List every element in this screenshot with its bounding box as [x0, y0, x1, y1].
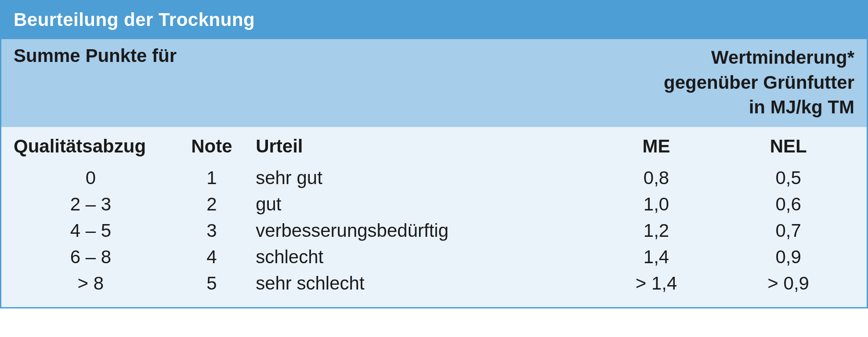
col-nel: NEL: [722, 133, 854, 165]
table-body: Qualitätsabzug Note Urteil ME NEL 0 1 se…: [1, 127, 867, 307]
cell-note: 1: [168, 165, 256, 191]
cell-me: 1,4: [590, 244, 723, 270]
header-right-label: Wertminderung* gegenüber Grünfutter in M…: [664, 45, 854, 120]
cell-note: 4: [168, 244, 256, 270]
column-header-row: Qualitätsabzug Note Urteil ME NEL: [14, 133, 854, 165]
table-header-band: Summe Punkte für Wertminderung* gegenübe…: [1, 39, 867, 127]
cell-urteil: sehr gut: [256, 165, 590, 191]
col-me: ME: [590, 133, 723, 165]
cell-qual: 0: [14, 165, 168, 191]
cell-nel: 0,9: [722, 244, 854, 270]
cell-qual: > 8: [14, 270, 168, 297]
header-right-line3: in MJ/kg TM: [664, 95, 854, 120]
table-row: 0 1 sehr gut 0,8 0,5: [14, 165, 854, 191]
cell-nel: 0,7: [722, 217, 854, 244]
cell-me: 0,8: [590, 165, 723, 191]
cell-urteil: schlecht: [256, 244, 590, 270]
cell-me: 1,2: [590, 217, 723, 244]
cell-nel: 0,6: [722, 191, 854, 217]
table-row: 2 – 3 2 gut 1,0 0,6: [14, 191, 854, 217]
cell-nel: 0,5: [722, 165, 854, 191]
cell-note: 3: [168, 217, 256, 244]
table-row: 4 – 5 3 verbesserungsbedürftig 1,2 0,7: [14, 217, 854, 244]
table-title: Beurteilung der Trocknung: [1, 1, 867, 39]
col-qualitaetsabzug: Qualitätsabzug: [14, 133, 168, 165]
cell-qual: 4 – 5: [14, 217, 168, 244]
cell-me: 1,0: [590, 191, 723, 217]
col-urteil: Urteil: [256, 133, 590, 165]
cell-urteil: gut: [256, 191, 590, 217]
cell-urteil: sehr schlecht: [256, 270, 590, 297]
header-right-line2: gegenüber Grünfutter: [664, 70, 854, 95]
cell-urteil: verbesserungsbedürftig: [256, 217, 590, 244]
cell-nel: > 0,9: [722, 270, 854, 297]
cell-note: 5: [168, 270, 256, 297]
header-left-label: Summe Punkte für: [14, 45, 177, 66]
drying-assessment-table: Beurteilung der Trocknung Summe Punkte f…: [0, 0, 868, 308]
header-right-line1: Wertminderung*: [664, 45, 854, 70]
cell-qual: 6 – 8: [14, 244, 168, 270]
table-row: 6 – 8 4 schlecht 1,4 0,9: [14, 244, 854, 270]
data-table: Qualitätsabzug Note Urteil ME NEL 0 1 se…: [14, 133, 854, 297]
cell-note: 2: [168, 191, 256, 217]
col-note: Note: [168, 133, 256, 165]
table-row: > 8 5 sehr schlecht > 1,4 > 0,9: [14, 270, 854, 297]
cell-qual: 2 – 3: [14, 191, 168, 217]
cell-me: > 1,4: [590, 270, 723, 297]
